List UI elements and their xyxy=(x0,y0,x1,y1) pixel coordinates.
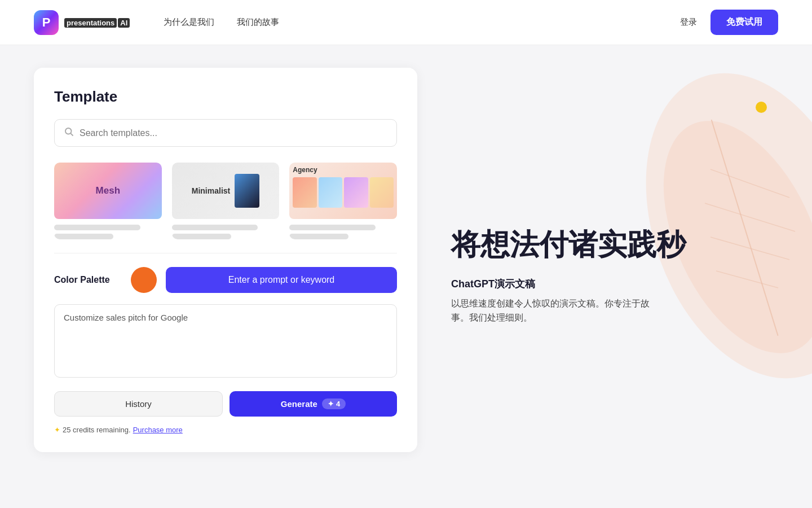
generate-button[interactable]: Generate ✦ 4 xyxy=(230,391,397,417)
credits-star-icon: ✦ xyxy=(54,426,60,434)
template-card-agency[interactable]: Agency xyxy=(289,163,397,239)
minimalist-img xyxy=(235,174,259,208)
nav-link-story[interactable]: 我们的故事 xyxy=(237,17,279,28)
main-content: Template Mesh Minimalist xyxy=(0,45,812,475)
minimalist-thumbnail: Minimalist xyxy=(172,163,280,219)
prompt-textarea[interactable] xyxy=(54,304,397,378)
nav-link-why[interactable]: 为什么是我们 xyxy=(164,17,214,28)
logo-name: presentations xyxy=(64,18,117,28)
agency-photo-3 xyxy=(344,177,368,208)
card-bar xyxy=(54,225,140,230)
template-card-minimalist[interactable]: Minimalist xyxy=(172,163,280,239)
divider xyxy=(54,253,397,253)
logo-icon: P xyxy=(34,10,59,35)
color-palette-label: Color Palette xyxy=(54,275,122,285)
navbar: P presentationsAI 为什么是我们 我们的故事 登录 免费试用 xyxy=(0,0,812,45)
agency-photo-2 xyxy=(319,177,342,208)
card-bar xyxy=(172,234,231,239)
color-circle[interactable] xyxy=(131,267,157,293)
svg-line-1 xyxy=(70,133,73,135)
card-bar xyxy=(289,225,376,230)
credits-row: ✦ 25 credits remaining. Purchase more xyxy=(54,426,397,434)
feature-title: ChatGPT演示文稿 xyxy=(451,277,778,291)
card-bar xyxy=(289,234,348,239)
agency-photo-4 xyxy=(370,177,394,208)
left-panel: Template Mesh Minimalist xyxy=(34,68,417,452)
right-content: 将想法付诸实践秒 ChatGPT演示文稿 以思维速度创建令人惊叹的演示文稿。你专… xyxy=(451,229,778,325)
feature-desc: 以思维速度创建令人惊叹的演示文稿。你专注于故事。我们处理细则。 xyxy=(451,296,665,325)
template-grid: Mesh Minimalist Agency xyxy=(54,163,397,239)
agency-thumbnail: Agency xyxy=(289,163,397,219)
agency-photo-1 xyxy=(293,177,316,208)
generate-star: ✦ xyxy=(328,400,334,408)
panel-title: Template xyxy=(54,88,397,106)
prompt-button[interactable]: Enter a prompt or keyword xyxy=(166,267,397,293)
generate-count: 4 xyxy=(336,400,340,408)
card-bar xyxy=(54,234,113,239)
logo-tag: AI xyxy=(118,18,130,28)
right-panel: 将想法付诸实践秒 ChatGPT演示文稿 以思维速度创建令人惊叹的演示文稿。你专… xyxy=(451,68,778,452)
agency-label: Agency xyxy=(293,166,317,174)
bottom-actions: History Generate ✦ 4 xyxy=(54,391,397,417)
purchase-more-link[interactable]: Purchase more xyxy=(133,426,183,434)
search-icon xyxy=(64,126,74,139)
generate-label: Generate xyxy=(281,399,317,409)
search-box xyxy=(54,119,397,147)
svg-point-0 xyxy=(65,128,72,134)
history-button[interactable]: History xyxy=(54,391,223,417)
yellow-dot xyxy=(756,102,767,113)
nav-right: 登录 免费试用 xyxy=(680,10,778,35)
logo[interactable]: P presentationsAI xyxy=(34,10,130,35)
search-input[interactable] xyxy=(80,128,387,138)
deco-leaf xyxy=(598,56,812,395)
credits-text: 25 credits remaining. xyxy=(63,426,131,434)
generate-badge: ✦ 4 xyxy=(322,398,346,409)
logo-text: presentationsAI xyxy=(63,16,130,29)
template-card-mesh[interactable]: Mesh xyxy=(54,163,162,239)
color-palette-row: Color Palette Enter a prompt or keyword xyxy=(54,267,397,293)
mesh-thumbnail: Mesh xyxy=(54,163,162,219)
card-bar xyxy=(172,225,258,230)
login-button[interactable]: 登录 xyxy=(680,17,697,28)
hero-title: 将想法付诸实践秒 xyxy=(451,229,778,261)
minimalist-label: Minimalist xyxy=(192,186,230,195)
free-trial-button[interactable]: 免费试用 xyxy=(710,10,778,35)
nav-links: 为什么是我们 我们的故事 xyxy=(164,17,680,28)
